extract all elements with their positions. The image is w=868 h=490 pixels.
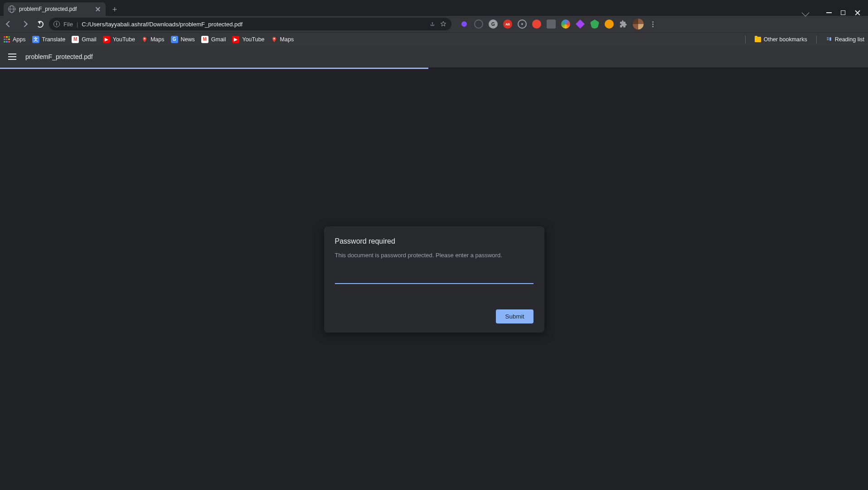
browser-toolbar: File | C:/Users/tayyabali.ashraf/Downloa… [0, 16, 868, 32]
globe-icon [8, 5, 15, 13]
forward-button[interactable] [18, 18, 31, 30]
bookmark-news[interactable]: G News [171, 36, 195, 43]
url-path: C:/Users/tayyabali.ashraf/Downloads/prob… [82, 21, 425, 28]
extension-icon[interactable] [460, 20, 469, 29]
bookmark-label: Translate [42, 36, 66, 43]
reading-list-label: Reading list [835, 36, 864, 43]
bookmark-label: Maps [280, 36, 294, 43]
svg-point-1 [273, 38, 275, 39]
reload-button[interactable] [34, 18, 46, 30]
bookmark-gmail[interactable]: M Gmail [72, 36, 97, 43]
bookmark-youtube[interactable]: ▶ YouTube [232, 36, 264, 43]
url-separator: | [77, 21, 78, 28]
bookmark-star-icon[interactable] [440, 20, 447, 28]
translate-icon: 文 [32, 36, 39, 43]
site-info-icon[interactable] [53, 21, 60, 27]
close-window-button[interactable] [854, 10, 861, 16]
extension-icon[interactable] [547, 20, 556, 29]
svg-point-0 [144, 38, 145, 39]
extension-icon[interactable] [605, 20, 614, 29]
extension-icon[interactable] [474, 20, 483, 29]
tab-title: problemF_protected.pdf [19, 6, 91, 12]
browser-menu-icon[interactable] [649, 20, 656, 28]
youtube-icon: ▶ [103, 36, 110, 43]
bookmark-label: Gmail [211, 36, 226, 43]
dialog-title: Password required [335, 237, 533, 245]
dialog-message: This document is password protected. Ple… [335, 252, 533, 259]
submit-button[interactable]: Submit [496, 309, 533, 323]
bookmark-youtube[interactable]: ▶ YouTube [103, 36, 135, 43]
tab-strip: problemF_protected.pdf + [0, 0, 868, 16]
bookmarks-divider [745, 35, 746, 44]
extension-icon[interactable]: AB [503, 20, 512, 29]
maps-pin-icon [271, 36, 277, 43]
url-scheme: File [63, 21, 73, 28]
extension-icon[interactable] [518, 20, 527, 29]
back-button[interactable] [3, 18, 15, 30]
search-tabs-chevron-icon[interactable] [802, 9, 810, 17]
bookmark-label: Gmail [82, 36, 97, 43]
browser-tab[interactable]: problemF_protected.pdf [4, 2, 106, 16]
bookmarks-divider [816, 35, 817, 44]
share-icon[interactable] [429, 20, 436, 28]
window-controls [803, 10, 864, 16]
bookmark-label: YouTube [113, 36, 135, 43]
password-dialog: Password required This document is passw… [324, 226, 544, 333]
gmail-icon: M [72, 36, 79, 43]
address-bar[interactable]: File | C:/Users/tayyabali.ashraf/Downloa… [49, 18, 451, 30]
extensions-puzzle-icon[interactable] [619, 20, 627, 28]
extension-icon[interactable] [576, 20, 585, 29]
apps-button[interactable]: Apps [4, 36, 26, 43]
bookmark-label: YouTube [242, 36, 264, 43]
menu-icon[interactable] [8, 54, 16, 60]
pdf-viewer-body: Password required This document is passw… [0, 69, 868, 490]
youtube-icon: ▶ [232, 36, 239, 43]
bookmarks-bar: Apps 文 Translate M Gmail ▶ YouTube Maps … [0, 32, 868, 46]
pdf-toolbar: problemF_protected.pdf [0, 46, 868, 68]
other-bookmarks-label: Other bookmarks [764, 36, 807, 43]
bookmark-gmail[interactable]: M Gmail [201, 36, 226, 43]
reading-list-icon [826, 36, 832, 43]
new-tab-button[interactable]: + [108, 3, 121, 16]
extension-icon[interactable] [590, 20, 599, 29]
profile-avatar[interactable] [633, 19, 644, 29]
extension-icon[interactable] [532, 20, 541, 29]
maps-pin-icon [141, 36, 148, 43]
close-tab-icon[interactable] [95, 6, 101, 12]
minimize-button[interactable] [826, 12, 832, 13]
pdf-filename: problemF_protected.pdf [25, 53, 93, 60]
bookmark-label: News [181, 36, 195, 43]
bookmark-label: Maps [150, 36, 165, 43]
folder-icon [755, 37, 761, 42]
bookmark-maps[interactable]: Maps [271, 36, 294, 43]
gmail-icon: M [201, 36, 209, 43]
password-input[interactable] [335, 270, 533, 284]
extensions-row: G AB [460, 19, 656, 29]
bookmark-maps[interactable]: Maps [141, 36, 165, 43]
reading-list-button[interactable]: Reading list [826, 36, 864, 43]
extension-icon[interactable]: G [489, 20, 498, 29]
maximize-button[interactable] [841, 10, 845, 15]
other-bookmarks-button[interactable]: Other bookmarks [755, 36, 807, 43]
apps-grid-icon [4, 36, 10, 43]
bookmark-translate[interactable]: 文 Translate [32, 36, 66, 43]
apps-label: Apps [13, 36, 26, 43]
extension-icon[interactable] [561, 20, 570, 29]
news-icon: G [171, 36, 178, 43]
